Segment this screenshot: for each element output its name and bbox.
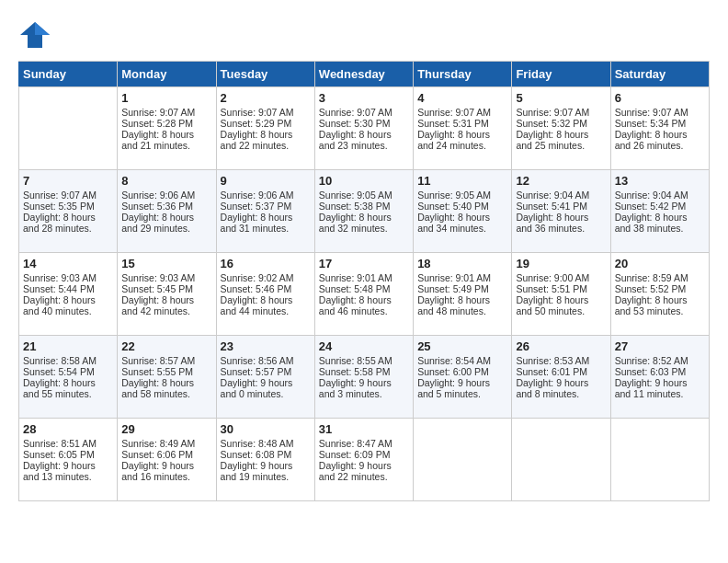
day-number: 16 xyxy=(221,257,311,270)
daylight-text: Daylight: 8 hours and 36 minutes. xyxy=(516,212,606,234)
calendar-cell: 25Sunrise: 8:54 AMSunset: 6:00 PMDayligh… xyxy=(414,336,512,419)
sunset-text: Sunset: 6:05 PM xyxy=(23,449,113,460)
calendar-cell: 7Sunrise: 9:07 AMSunset: 5:35 PMDaylight… xyxy=(19,170,118,253)
calendar-week-row: 7Sunrise: 9:07 AMSunset: 5:35 PMDaylight… xyxy=(19,170,710,253)
day-number: 28 xyxy=(23,422,113,436)
calendar-cell: 15Sunrise: 9:03 AMSunset: 5:45 PMDayligh… xyxy=(118,253,216,336)
daylight-text: Daylight: 9 hours and 11 minutes. xyxy=(615,377,705,399)
weekday-header: Sunday xyxy=(19,62,118,87)
daylight-text: Daylight: 9 hours and 0 minutes. xyxy=(221,377,311,399)
day-number: 17 xyxy=(319,257,409,270)
sunset-text: Sunset: 5:57 PM xyxy=(221,366,311,377)
sunrise-text: Sunrise: 9:07 AM xyxy=(23,190,113,201)
calendar-cell: 22Sunrise: 8:57 AMSunset: 5:55 PMDayligh… xyxy=(118,336,216,419)
sunrise-text: Sunrise: 9:06 AM xyxy=(221,190,311,201)
sunset-text: Sunset: 5:28 PM xyxy=(121,118,211,129)
calendar-cell: 29Sunrise: 8:49 AMSunset: 6:06 PMDayligh… xyxy=(118,419,216,501)
weekday-header: Wednesday xyxy=(314,62,413,87)
day-number: 20 xyxy=(615,257,705,270)
calendar-cell: 31Sunrise: 8:47 AMSunset: 6:09 PMDayligh… xyxy=(314,419,413,501)
daylight-text: Daylight: 9 hours and 13 minutes. xyxy=(23,460,113,482)
sunrise-text: Sunrise: 9:06 AM xyxy=(121,190,211,201)
calendar-cell: 10Sunrise: 9:05 AMSunset: 5:38 PMDayligh… xyxy=(314,170,413,253)
day-number: 11 xyxy=(417,174,507,188)
sunset-text: Sunset: 5:49 PM xyxy=(417,283,507,294)
sunrise-text: Sunrise: 9:07 AM xyxy=(221,107,311,118)
svg-marker-2 xyxy=(35,22,50,35)
day-number: 2 xyxy=(221,91,311,105)
daylight-text: Daylight: 8 hours and 31 minutes. xyxy=(221,212,311,234)
calendar-cell: 21Sunrise: 8:58 AMSunset: 5:54 PMDayligh… xyxy=(19,336,118,419)
day-number: 29 xyxy=(121,422,211,436)
day-number: 22 xyxy=(121,339,211,353)
calendar-cell xyxy=(19,87,118,170)
calendar-cell: 11Sunrise: 9:05 AMSunset: 5:40 PMDayligh… xyxy=(414,170,512,253)
calendar-cell: 8Sunrise: 9:06 AMSunset: 5:36 PMDaylight… xyxy=(118,170,216,253)
daylight-text: Daylight: 8 hours and 38 minutes. xyxy=(615,212,705,234)
calendar-cell: 20Sunrise: 8:59 AMSunset: 5:52 PMDayligh… xyxy=(610,253,709,336)
sunrise-text: Sunrise: 9:04 AM xyxy=(516,190,606,201)
daylight-text: Daylight: 9 hours and 16 minutes. xyxy=(121,460,211,482)
sunset-text: Sunset: 6:01 PM xyxy=(516,366,606,377)
daylight-text: Daylight: 9 hours and 19 minutes. xyxy=(221,460,311,482)
calendar-week-row: 14Sunrise: 9:03 AMSunset: 5:44 PMDayligh… xyxy=(19,253,710,336)
sunrise-text: Sunrise: 8:47 AM xyxy=(319,438,409,449)
calendar-cell: 30Sunrise: 8:48 AMSunset: 6:08 PMDayligh… xyxy=(216,419,314,501)
sunset-text: Sunset: 5:48 PM xyxy=(319,283,409,294)
calendar-cell: 4Sunrise: 9:07 AMSunset: 5:31 PMDaylight… xyxy=(414,87,512,170)
calendar-week-row: 28Sunrise: 8:51 AMSunset: 6:05 PMDayligh… xyxy=(19,419,710,501)
sunrise-text: Sunrise: 9:07 AM xyxy=(121,107,211,118)
day-number: 9 xyxy=(221,174,311,188)
calendar-cell: 27Sunrise: 8:52 AMSunset: 6:03 PMDayligh… xyxy=(610,336,709,419)
calendar-cell: 18Sunrise: 9:01 AMSunset: 5:49 PMDayligh… xyxy=(414,253,512,336)
calendar-cell: 6Sunrise: 9:07 AMSunset: 5:34 PMDaylight… xyxy=(610,87,709,170)
sunrise-text: Sunrise: 8:55 AM xyxy=(319,355,409,366)
sunset-text: Sunset: 5:31 PM xyxy=(417,118,507,129)
sunset-text: Sunset: 6:09 PM xyxy=(319,449,409,460)
sunset-text: Sunset: 5:51 PM xyxy=(516,283,606,294)
logo-icon xyxy=(18,18,51,52)
day-number: 6 xyxy=(615,91,705,105)
daylight-text: Daylight: 8 hours and 29 minutes. xyxy=(121,212,211,234)
sunrise-text: Sunrise: 9:02 AM xyxy=(221,272,311,283)
sunset-text: Sunset: 5:54 PM xyxy=(23,366,113,377)
calendar-cell: 3Sunrise: 9:07 AMSunset: 5:30 PMDaylight… xyxy=(314,87,413,170)
daylight-text: Daylight: 8 hours and 42 minutes. xyxy=(121,294,211,316)
calendar-cell: 1Sunrise: 9:07 AMSunset: 5:28 PMDaylight… xyxy=(118,87,216,170)
sunset-text: Sunset: 6:08 PM xyxy=(221,449,311,460)
sunset-text: Sunset: 5:38 PM xyxy=(319,201,409,212)
day-number: 15 xyxy=(121,257,211,270)
day-number: 23 xyxy=(221,339,311,353)
sunrise-text: Sunrise: 9:05 AM xyxy=(319,190,409,201)
daylight-text: Daylight: 9 hours and 8 minutes. xyxy=(516,377,606,399)
daylight-text: Daylight: 8 hours and 55 minutes. xyxy=(23,377,113,399)
day-number: 4 xyxy=(417,91,507,105)
daylight-text: Daylight: 9 hours and 3 minutes. xyxy=(319,377,409,399)
sunrise-text: Sunrise: 9:03 AM xyxy=(121,272,211,283)
calendar-week-row: 1Sunrise: 9:07 AMSunset: 5:28 PMDaylight… xyxy=(19,87,710,170)
sunrise-text: Sunrise: 8:54 AM xyxy=(417,355,507,366)
sunset-text: Sunset: 6:06 PM xyxy=(121,449,211,460)
daylight-text: Daylight: 9 hours and 5 minutes. xyxy=(417,377,507,399)
day-number: 26 xyxy=(516,339,606,353)
sunrise-text: Sunrise: 9:07 AM xyxy=(319,107,409,118)
sunset-text: Sunset: 5:46 PM xyxy=(221,283,311,294)
calendar-cell: 28Sunrise: 8:51 AMSunset: 6:05 PMDayligh… xyxy=(19,419,118,501)
day-number: 5 xyxy=(516,91,606,105)
sunset-text: Sunset: 5:32 PM xyxy=(516,118,606,129)
daylight-text: Daylight: 8 hours and 25 minutes. xyxy=(516,129,606,151)
calendar-cell: 19Sunrise: 9:00 AMSunset: 5:51 PMDayligh… xyxy=(512,253,610,336)
sunset-text: Sunset: 5:29 PM xyxy=(221,118,311,129)
sunrise-text: Sunrise: 8:48 AM xyxy=(221,438,311,449)
calendar-cell: 13Sunrise: 9:04 AMSunset: 5:42 PMDayligh… xyxy=(610,170,709,253)
sunrise-text: Sunrise: 9:04 AM xyxy=(615,190,705,201)
day-number: 24 xyxy=(319,339,409,353)
day-number: 27 xyxy=(615,339,705,353)
sunset-text: Sunset: 5:40 PM xyxy=(417,201,507,212)
sunset-text: Sunset: 5:52 PM xyxy=(615,283,705,294)
sunrise-text: Sunrise: 8:57 AM xyxy=(121,355,211,366)
sunset-text: Sunset: 6:03 PM xyxy=(615,366,705,377)
calendar-cell: 24Sunrise: 8:55 AMSunset: 5:58 PMDayligh… xyxy=(314,336,413,419)
daylight-text: Daylight: 9 hours and 22 minutes. xyxy=(319,460,409,482)
day-number: 31 xyxy=(319,422,409,436)
